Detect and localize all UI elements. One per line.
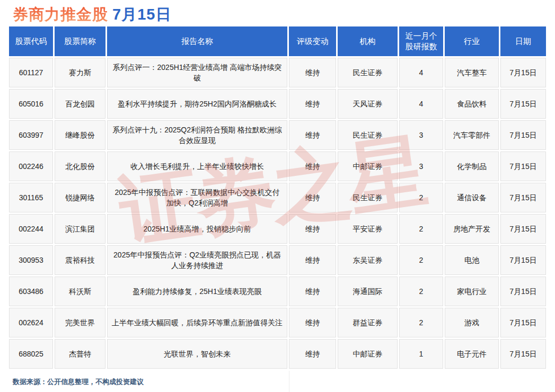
page: 券商力推金股7月15日 股票代码股票简称报告名称评级变动机构近一月个股研报数行业… <box>0 0 555 392</box>
cell-rating-change: 维持 <box>289 277 336 306</box>
cell-date: 7月15日 <box>500 183 546 212</box>
cell-report-title: 2025年中报预告点评：互联网数据中心交换机交付加快，Q2利润高增 <box>107 183 287 212</box>
cell-industry: 电池 <box>445 245 499 275</box>
cell-stock-name: 科沃斯 <box>55 277 105 306</box>
table-row: 603997继峰股份系列点评十九：2025Q2利润符合预期 格拉默欧洲综合效应显… <box>9 120 546 150</box>
page-title-date: 7月15日 <box>112 6 171 23</box>
column-header: 机构 <box>338 26 398 56</box>
cell-report-title: 2025H1业绩高增，投销稳步向前 <box>107 214 287 244</box>
column-header: 报告名称 <box>107 26 287 56</box>
column-header: 日期 <box>500 26 546 56</box>
table-row: 002246北化股份收入增长毛利提升，上半年业绩较快增长维持中邮证券3化学制品7… <box>9 152 546 181</box>
cell-stock-code: 002246 <box>9 152 53 181</box>
cell-stock-name: 完美世界 <box>55 308 105 337</box>
page-title: 券商力推金股7月15日 <box>13 4 171 25</box>
cell-report-title: 2025年中报预告点评：Q2业绩亮眼拐点已现，机器人业务持续推进 <box>107 245 287 275</box>
cell-date: 7月15日 <box>500 245 546 275</box>
cell-report-count: 2 <box>399 245 443 275</box>
cell-report-title: 收入增长毛利提升，上半年业绩较快增长 <box>107 152 287 181</box>
cell-report-count: 2 <box>399 183 443 212</box>
cell-report-count: 4 <box>399 58 443 87</box>
cell-institution: 平安证券 <box>338 214 398 244</box>
table-row: 002624完美世界上半年业绩大幅回暖，后续异环等重点新游值得关注维持群益证券2… <box>9 308 546 337</box>
cell-report-count: 3 <box>399 152 443 181</box>
column-header: 评级变动 <box>289 26 336 56</box>
cell-rating-change: 维持 <box>289 308 336 337</box>
cell-stock-name: 赛力斯 <box>55 58 105 87</box>
cell-report-count: 2 <box>399 277 443 306</box>
cell-stock-name: 北化股份 <box>55 152 105 181</box>
cell-date: 7月15日 <box>500 339 546 369</box>
cell-report-count: 2 <box>399 308 443 337</box>
cell-rating-change: 维持 <box>289 183 336 212</box>
cell-report-count: 4 <box>399 89 443 119</box>
cell-stock-name: 滨江集团 <box>55 214 105 244</box>
cell-stock-name: 杰普特 <box>55 339 105 369</box>
table-row: 605016百龙创园盈利水平持续提升，期待25H2国内阿洛酮糖成长维持天风证券4… <box>9 89 546 119</box>
cell-stock-code: 300953 <box>9 245 53 275</box>
cell-date: 7月15日 <box>500 277 546 306</box>
table-row: 603486科沃斯盈利能力持续修复，25H1业绩表现亮眼维持海通国际2家电行业7… <box>9 277 546 306</box>
cell-stock-code: 603997 <box>9 120 53 150</box>
cell-institution: 东吴证券 <box>338 245 398 275</box>
cell-stock-name: 百龙创园 <box>55 89 105 119</box>
cell-date: 7月15日 <box>500 58 546 87</box>
table-row: 002244滨江集团2025H1业绩高增，投销稳步向前维持平安证券2房地产开发7… <box>9 214 546 244</box>
column-guide-line <box>289 371 289 392</box>
column-header: 股票简称 <box>55 26 105 56</box>
cell-date: 7月15日 <box>500 308 546 337</box>
cell-date: 7月15日 <box>500 214 546 244</box>
cell-industry: 汽车零部件 <box>445 120 499 150</box>
cell-institution: 民生证券 <box>338 120 398 150</box>
cell-rating-change: 维持 <box>289 120 336 150</box>
cell-date: 7月15日 <box>500 120 546 150</box>
cell-stock-name: 锐捷网络 <box>55 183 105 212</box>
cell-industry: 汽车整车 <box>445 58 499 87</box>
cell-stock-name: 震裕科技 <box>55 245 105 275</box>
column-header: 行业 <box>445 26 499 56</box>
table-row: 601127赛力斯系列点评一：2025H1经营业绩高增 高端市场持续突破维持民生… <box>9 58 546 87</box>
cell-industry: 食品饮料 <box>445 89 499 119</box>
cell-stock-code: 601127 <box>9 58 53 87</box>
cell-report-title: 系列点评一：2025H1经营业绩高增 高端市场持续突破 <box>107 58 287 87</box>
column-header: 近一月个股研报数 <box>399 26 443 56</box>
cell-industry: 通信设备 <box>445 183 499 212</box>
cell-industry: 家电行业 <box>445 277 499 306</box>
cell-date: 7月15日 <box>500 89 546 119</box>
table-body: 601127赛力斯系列点评一：2025H1经营业绩高增 高端市场持续突破维持民生… <box>9 58 546 369</box>
cell-stock-code: 002244 <box>9 214 53 244</box>
cell-stock-code: 301165 <box>9 183 53 212</box>
cell-industry: 房地产开发 <box>445 214 499 244</box>
cell-rating-change: 维持 <box>289 89 336 119</box>
cell-industry: 电子元件 <box>445 339 499 369</box>
cell-institution: 民生证券 <box>338 183 398 212</box>
cell-report-count: 3 <box>399 120 443 150</box>
table-row: 688025杰普特光联世界，智创未来维持中邮证券1电子元件7月15日 <box>9 339 546 369</box>
cell-institution: 群益证券 <box>338 308 398 337</box>
gold-stocks-table: 股票代码股票简称报告名称评级变动机构近一月个股研报数行业日期 601127赛力斯… <box>7 25 548 370</box>
column-header: 股票代码 <box>9 26 53 56</box>
cell-rating-change: 维持 <box>289 339 336 369</box>
cell-report-title: 光联世界，智创未来 <box>107 339 287 369</box>
data-source-note: 数据来源：公开信息整理，不构成投资建议 <box>13 377 144 387</box>
cell-report-title: 上半年业绩大幅回暖，后续异环等重点新游值得关注 <box>107 308 287 337</box>
cell-institution: 中邮证券 <box>338 339 398 369</box>
cell-industry: 游戏 <box>445 308 499 337</box>
cell-institution: 民生证券 <box>338 58 398 87</box>
cell-report-count: 1 <box>399 339 443 369</box>
cell-report-title: 盈利水平持续提升，期待25H2国内阿洛酮糖成长 <box>107 89 287 119</box>
cell-stock-code: 002624 <box>9 308 53 337</box>
cell-report-title: 盈利能力持续修复，25H1业绩表现亮眼 <box>107 277 287 306</box>
cell-stock-code: 605016 <box>9 89 53 119</box>
cell-institution: 中邮证券 <box>338 152 398 181</box>
cell-stock-code: 688025 <box>9 339 53 369</box>
table-header-row: 股票代码股票简称报告名称评级变动机构近一月个股研报数行业日期 <box>9 26 546 56</box>
cell-stock-name: 继峰股份 <box>55 120 105 150</box>
table-row: 300953震裕科技2025年中报预告点评：Q2业绩亮眼拐点已现，机器人业务持续… <box>9 245 546 275</box>
page-title-main: 券商力推金股 <box>13 6 108 23</box>
cell-date: 7月15日 <box>500 152 546 181</box>
cell-industry: 化学制品 <box>445 152 499 181</box>
cell-rating-change: 维持 <box>289 214 336 244</box>
table-row: 301165锐捷网络2025年中报预告点评：互联网数据中心交换机交付加快，Q2利… <box>9 183 546 212</box>
cell-institution: 天风证券 <box>338 89 398 119</box>
